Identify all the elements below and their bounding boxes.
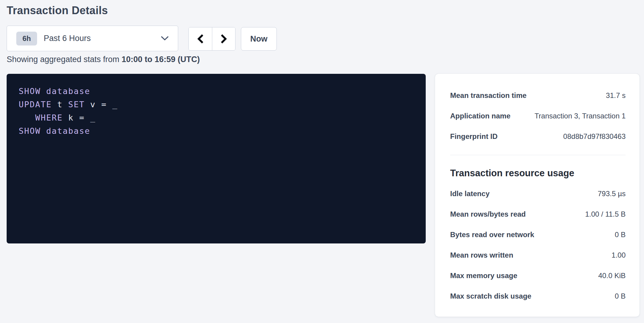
sql-keyword: SHOW <box>19 126 41 136</box>
stat-value: 0 B <box>615 292 626 300</box>
transaction-details-page: Transaction Details 6h Past 6 Hours Now <box>0 0 644 323</box>
sql-code-line: UPDATE t SET v = _ <box>19 98 414 111</box>
stat-value: 1.00 <box>611 251 626 259</box>
stat-row: Fingerprint ID08d8b7d97f830463 <box>450 126 626 147</box>
sql-identifier: v = _ <box>85 100 118 109</box>
stat-label: Bytes read over network <box>450 230 540 239</box>
sql-code-line: SHOW database <box>19 85 414 98</box>
sql-keyword: SHOW <box>19 86 41 96</box>
prev-time-button[interactable] <box>189 27 212 50</box>
stat-label: Mean rows written <box>450 251 519 259</box>
time-range-badge: 6h <box>16 32 37 45</box>
stat-value: 793.5 µs <box>598 190 626 198</box>
caption-time-range: 10:00 to 16:59 (UTC) <box>122 55 200 64</box>
stat-label: Mean rows/bytes read <box>450 210 532 218</box>
time-controls: 6h Past 6 Hours Now <box>7 26 277 51</box>
sql-keyword: database <box>46 126 90 136</box>
sql-keyword: WHERE <box>35 113 63 122</box>
transaction-details-card: Mean transaction time31.7 sApplication n… <box>435 74 639 317</box>
stat-label: Mean transaction time <box>450 91 532 100</box>
aggregated-stats-caption: Showing aggregated stats from 10:00 to 1… <box>7 55 200 64</box>
stat-row: Mean transaction time31.7 s <box>450 85 626 106</box>
chevron-left-icon <box>197 34 204 44</box>
stat-label: Max memory usage <box>450 271 523 280</box>
time-step-button-group <box>188 27 235 51</box>
caption-prefix: Showing aggregated stats from <box>7 55 122 64</box>
sql-statement-box: SHOW databaseUPDATE t SET v = _ WHERE k … <box>7 74 426 243</box>
stat-value: Transaction 3, Transaction 1 <box>535 112 626 120</box>
time-range-dropdown[interactable]: 6h Past 6 Hours <box>7 26 178 51</box>
chevron-down-icon <box>161 36 169 41</box>
stat-row: Mean rows written1.00 <box>450 245 626 265</box>
time-range-selected-label: Past 6 Hours <box>44 34 161 43</box>
card-divider <box>450 155 626 155</box>
sql-keyword: database <box>46 86 90 96</box>
sql-identifier <box>41 126 46 136</box>
sql-code-line: WHERE k = _ <box>19 111 414 124</box>
summary-stats: Mean transaction time31.7 sApplication n… <box>450 85 626 147</box>
stat-value: 1.00 / 11.5 B <box>585 210 626 218</box>
stat-value: 31.7 s <box>606 91 626 100</box>
stat-label: Max scratch disk usage <box>450 292 537 300</box>
next-time-button[interactable] <box>212 27 235 50</box>
sql-keyword: SET <box>68 100 85 109</box>
stat-row: Idle latency793.5 µs <box>450 183 626 204</box>
now-button[interactable]: Now <box>241 27 277 51</box>
sql-identifier: t <box>52 100 68 109</box>
stat-label: Idle latency <box>450 190 496 198</box>
stat-row: Max scratch disk usage0 B <box>450 286 626 306</box>
sql-keyword: UPDATE <box>19 100 52 109</box>
chevron-right-icon <box>220 34 227 44</box>
resource-usage-stats: Idle latency793.5 µsMean rows/bytes read… <box>450 183 626 306</box>
stat-row: Application nameTransaction 3, Transacti… <box>450 106 626 126</box>
stat-label: Fingerprint ID <box>450 132 504 141</box>
stat-value: 0 B <box>615 230 626 239</box>
stat-value: 08d8b7d97f830463 <box>563 132 626 141</box>
resource-usage-heading: Transaction resource usage <box>450 167 626 180</box>
page-title: Transaction Details <box>7 4 108 17</box>
stat-row: Mean rows/bytes read1.00 / 11.5 B <box>450 204 626 224</box>
stat-label: Application name <box>450 112 516 120</box>
sql-identifier <box>41 86 46 96</box>
sql-identifier: k = _ <box>63 113 96 122</box>
stat-row: Bytes read over network0 B <box>450 224 626 245</box>
sql-identifier <box>19 113 35 122</box>
main-content: SHOW databaseUPDATE t SET v = _ WHERE k … <box>7 74 639 317</box>
stat-row: Max memory usage40.0 KiB <box>450 265 626 286</box>
stat-value: 40.0 KiB <box>598 271 626 280</box>
sql-code-line: SHOW database <box>19 124 414 138</box>
